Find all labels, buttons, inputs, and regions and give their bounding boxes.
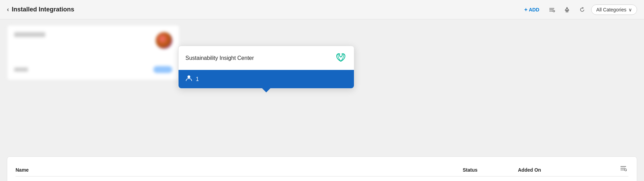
column-header-added-on: Added On [518, 167, 608, 173]
add-button[interactable]: + ADD [521, 4, 543, 15]
download-icon [564, 7, 570, 13]
table-filter-icon [620, 165, 627, 172]
filter-list-icon [549, 7, 555, 13]
blurred-card-name [14, 32, 45, 37]
table-header: Name Status Added On [16, 164, 628, 177]
tooltip-user-count: 1 [196, 76, 199, 82]
plus-icon: + [524, 7, 527, 13]
user-icon [185, 75, 192, 83]
chevron-down-icon: ∨ [628, 7, 632, 12]
download-button[interactable] [561, 4, 573, 15]
svg-line-11 [626, 170, 626, 171]
table-row: Sustainability Insight Center RUNNING Ja… [16, 179, 628, 181]
add-label: ADD [529, 7, 539, 12]
blurred-card-avatar [156, 32, 172, 49]
back-navigation[interactable]: ‹ Installed Integrations [7, 6, 74, 13]
refresh-icon [579, 7, 585, 13]
column-header-status: Status [463, 167, 518, 173]
integration-tooltip-popup: Sustainability Insight Center 1 [178, 46, 354, 89]
tooltip-body[interactable]: 1 [179, 70, 354, 88]
blurred-card-tag [14, 67, 28, 72]
lotus-icon [335, 52, 347, 64]
categories-dropdown[interactable]: All Categories ∨ [591, 4, 637, 15]
tooltip-title: Sustainability Insight Center [185, 55, 254, 61]
main-content: Sustainability Insight Center 1 [0, 19, 644, 181]
tooltip-arrow [262, 88, 270, 92]
filter-list-button[interactable] [546, 4, 558, 15]
blurred-card-count [153, 66, 172, 73]
page-title: Installed Integrations [12, 6, 74, 13]
header-bar: ‹ Installed Integrations + ADD [0, 0, 644, 19]
header-actions: + ADD All Catego [521, 4, 637, 15]
integrations-table-panel: Name Status Added On Sustainability Insi… [7, 156, 637, 181]
column-header-name: Name [16, 167, 463, 173]
refresh-button[interactable] [576, 4, 588, 15]
svg-line-4 [554, 11, 555, 11]
blurred-integration-card[interactable] [7, 25, 180, 80]
tooltip-header: Sustainability Insight Center [179, 46, 354, 70]
svg-point-6 [188, 75, 190, 78]
categories-label: All Categories [596, 7, 626, 12]
table-filter-button[interactable] [617, 162, 630, 174]
chevron-left-icon: ‹ [7, 6, 9, 13]
